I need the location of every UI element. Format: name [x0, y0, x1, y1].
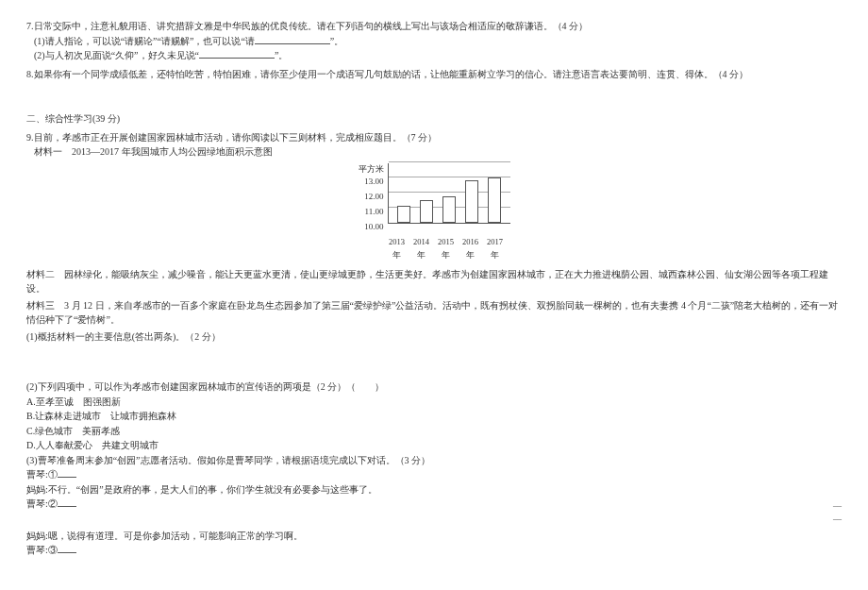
chart-y-tick: 10.00: [364, 219, 383, 234]
question-9: 9.目前，孝感市正在开展创建国家园林城市活动，请你阅读以下三则材料，完成相应题目…: [26, 130, 842, 345]
chart-area: 平方米 13.00 12.00 11.00 10.00: [359, 163, 510, 235]
chart-bar-2015: [442, 196, 456, 223]
q9-continued: (2)下列四项中，可以作为孝感市创建国家园林城市的宣传语的两项是（2 分）（ ）…: [26, 379, 842, 558]
dialogue-line-2: 妈妈:不行。“创园”是政府的事，是大人们的事，你们学生就没有必要参与这些事了。: [26, 482, 842, 497]
chart-x-tick: 2016年: [461, 236, 480, 261]
chart-y-axis: 平方米 13.00 12.00 11.00 10.00: [359, 163, 384, 235]
dialogue-gap: 妈妈:嗯，说得有道理。可是你参加活动，可能影响正常的学习啊。 曹琴:③: [26, 529, 842, 558]
chart-y-tick: 11.00: [365, 204, 384, 219]
dialogue-line-4: 妈妈:嗯，说得有道理。可是你参加活动，可能影响正常的学习啊。: [26, 529, 842, 544]
dialogue-line-1: 曹琴:①: [26, 467, 842, 482]
chart-bar-2017: [488, 177, 501, 223]
chart-y-tick: 13.00: [364, 174, 383, 189]
dialogue-line-3: 曹琴:②: [26, 497, 842, 512]
question-8: 8.如果你有一个同学成绩低差，还特怕吃苦，特怕困难，请你至少使用一个成语写几句鼓…: [26, 67, 842, 82]
q7-item2-prefix: (2)与人初次见面说“久仰”，好久未见说“: [34, 50, 199, 60]
blank-fill[interactable]: [58, 468, 76, 478]
chart-gridline: [389, 161, 510, 162]
dialogue-3-label: 曹琴:②: [26, 498, 58, 509]
q7-item2: (2)与人初次见面说“久仰”，好久未见说“”。: [26, 48, 842, 63]
q8-stem: 8.如果你有一个同学成绩低差，还特怕吃苦，特怕困难，请你至少使用一个成语写几句鼓…: [26, 67, 842, 82]
blank-fill[interactable]: [255, 35, 330, 44]
question-7: 7.日常交际中，注意礼貌用语、讲究措辞文雅是中华民族的优良传统。请在下列语句的横…: [26, 19, 842, 63]
trailing-dash-1: __: [833, 497, 842, 511]
dialogue-5-label: 曹琴:③: [26, 545, 58, 555]
chart-x-tick: 2014年: [412, 236, 431, 261]
chart-x-tick: 2013年: [388, 236, 407, 261]
q7-stem: 7.日常交际中，注意礼貌用语、讲究措辞文雅是中华民族的优良传统。请在下列语句的横…: [26, 19, 842, 34]
chart-x-tick: 2017年: [486, 236, 505, 261]
chart-bar-2016: [465, 180, 478, 223]
option-a: A.至孝至诚 图强图新: [26, 395, 842, 410]
section-2-title: 二、综合性学习(39 分): [26, 111, 842, 126]
chart-bar-2014: [420, 200, 433, 223]
blank-fill[interactable]: [58, 544, 76, 553]
q7-item1-suffix: ”。: [330, 36, 343, 46]
material-3: 材料三 3 月 12 日，来自孝感市的一百多个家庭在卧龙岛生态园参加了第三届“爱…: [26, 298, 842, 328]
chart-container: 平方米 13.00 12.00 11.00 10.00: [26, 163, 842, 261]
option-b: B.让森林走进城市 让城市拥抱森林: [26, 409, 842, 424]
trailing-dash-2: __: [833, 511, 842, 524]
option-d: D.人人奉献爱心 共建文明城市: [26, 438, 842, 453]
option-c: C.绿色城市 美丽孝感: [26, 424, 842, 439]
q9-sub2: (2)下列四项中，可以作为孝感市创建国家园林城市的宣传语的两项是（2 分）（ ）: [26, 379, 842, 395]
material-1-label: 材料一 2013—2017 年我国城市人均公园绿地面积示意图: [34, 144, 842, 160]
dialogue-line-5: 曹琴:③: [26, 543, 842, 558]
chart-y-tick: 12.00: [364, 189, 383, 204]
blank-fill[interactable]: [199, 49, 275, 59]
blank-fill[interactable]: [58, 497, 76, 507]
chart-plot-area: [388, 163, 510, 224]
chart-x-tick: 2015年: [437, 236, 456, 261]
chart-column: 平方米 13.00 12.00 11.00 10.00: [359, 163, 510, 261]
q7-item2-suffix: ”。: [275, 50, 288, 60]
chart-x-axis: 2013年 2014年 2015年 2016年 2017年: [385, 236, 508, 261]
q7-item1: (1)请人指论，可以说“请赐论”“请赐解”，也可以说“请”。: [26, 34, 842, 49]
dialogue-1-label: 曹琴:①: [26, 469, 58, 480]
q9-sub3: (3)曹琴准备周末参加“创园”志愿者活动。假如你是曹琴同学，请根据语境完成以下对…: [26, 453, 842, 468]
chart-bar-2013: [397, 206, 410, 223]
q9-sub1: (1)概括材料一的主要信息(答出两条)。（2 分）: [26, 329, 842, 345]
q7-item1-prefix: (1)请人指论，可以说“请赐论”“请赐解”，也可以说“请: [34, 36, 255, 46]
material-2: 材料二 园林绿化，能吸纳灰尘，减少噪音，能让天更蓝水更清，使山更绿城更静，生活更…: [26, 267, 842, 296]
q9-stem: 9.目前，孝感市正在开展创建国家园林城市活动，请你阅读以下三则材料，完成相应题目…: [26, 130, 842, 145]
